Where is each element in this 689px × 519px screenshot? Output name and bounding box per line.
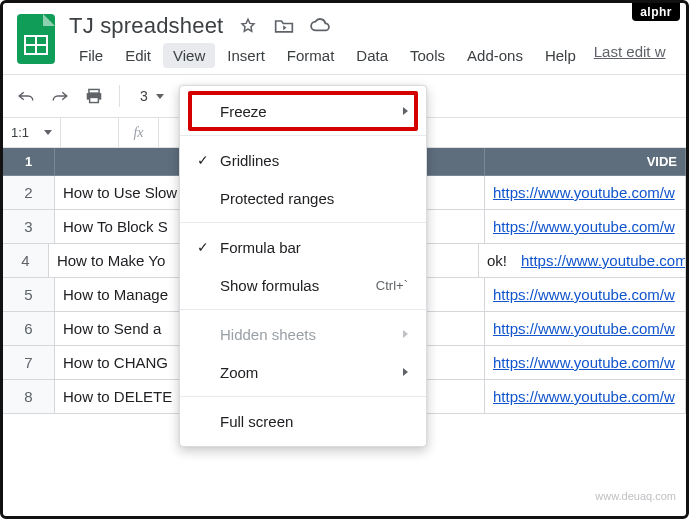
check-icon: ✓ [192, 239, 214, 255]
menu-item-label: Show formulas [220, 277, 370, 294]
header-cell[interactable]: VIDE [485, 148, 686, 176]
sheets-logo-icon[interactable] [15, 11, 57, 67]
chevron-right-icon [403, 368, 408, 376]
menu-item-label: Freeze [220, 103, 397, 120]
menu-addons[interactable]: Add-ons [457, 43, 533, 68]
fx-label: fx [119, 118, 159, 147]
row-number[interactable]: 4 [3, 244, 49, 278]
cell[interactable]: https://www.youtube.com/w [485, 346, 686, 380]
row-number[interactable]: 1 [3, 148, 55, 176]
undo-button[interactable] [13, 83, 39, 109]
row-number[interactable]: 6 [3, 312, 55, 346]
menu-separator [180, 396, 426, 397]
row-number[interactable]: 8 [3, 380, 55, 414]
cell[interactable]: https://www.youtube.com/w [485, 312, 686, 346]
menu-item-label: Gridlines [220, 152, 408, 169]
last-edit-link[interactable]: Last edit w [594, 43, 666, 68]
zoom-dropdown[interactable]: 3 [132, 85, 172, 107]
cell-text: ok! [487, 252, 507, 269]
chevron-right-icon [403, 107, 408, 115]
svg-rect-6 [90, 97, 99, 102]
menu-separator [180, 135, 426, 136]
menu-separator [180, 222, 426, 223]
watermark: www.deuaq.com [595, 490, 676, 502]
chevron-right-icon [403, 330, 408, 338]
document-title[interactable]: TJ spreadsheet [69, 13, 223, 39]
menu-view[interactable]: View [163, 43, 215, 68]
row-number[interactable]: 3 [3, 210, 55, 244]
cell[interactable]: https://www.youtube.com/w [485, 176, 686, 210]
menu-format[interactable]: Format [277, 43, 345, 68]
chevron-down-icon [156, 94, 164, 99]
menu-item-freeze[interactable]: Freeze [180, 92, 426, 130]
menu-item-label: Formula bar [220, 239, 408, 256]
cell[interactable]: https://www.youtube.com/w [485, 210, 686, 244]
toolbar-separator [119, 85, 120, 107]
row-number[interactable]: 5 [3, 278, 55, 312]
menu-insert[interactable]: Insert [217, 43, 275, 68]
menu-help[interactable]: Help [535, 43, 586, 68]
print-button[interactable] [81, 83, 107, 109]
row-number[interactable]: 7 [3, 346, 55, 380]
link[interactable]: https://www.youtube.com/w [493, 218, 675, 235]
svg-rect-4 [89, 89, 99, 93]
cloud-status-icon[interactable] [309, 15, 331, 37]
link[interactable]: https://www.youtube.com/w [521, 252, 686, 269]
menu-item-label: Full screen [220, 413, 408, 430]
menu-item-zoom[interactable]: Zoom [180, 353, 426, 391]
menu-separator [180, 309, 426, 310]
name-box[interactable]: 1:1 [3, 118, 61, 147]
view-menu-dropdown: Freeze ✓ Gridlines Protected ranges ✓ Fo… [179, 85, 427, 447]
cell[interactable]: ok!https://www.youtube.com/w [479, 244, 686, 278]
name-box-value: 1:1 [11, 125, 29, 140]
menu-file[interactable]: File [69, 43, 113, 68]
star-icon[interactable] [237, 15, 259, 37]
menu-item-label: Protected ranges [220, 190, 408, 207]
site-badge: alphr [632, 3, 680, 21]
cell[interactable]: https://www.youtube.com/w [485, 380, 686, 414]
menu-item-show-formulas[interactable]: Show formulas Ctrl+` [180, 266, 426, 304]
zoom-value: 3 [140, 88, 148, 104]
menu-item-hidden-sheets: Hidden sheets [180, 315, 426, 353]
row-number[interactable]: 2 [3, 176, 55, 210]
cell[interactable]: https://www.youtube.com/w [485, 278, 686, 312]
menu-item-protected-ranges[interactable]: Protected ranges [180, 179, 426, 217]
menu-edit[interactable]: Edit [115, 43, 161, 68]
menubar: File Edit View Insert Format Data Tools … [67, 41, 674, 74]
chevron-down-icon [44, 130, 52, 135]
link[interactable]: https://www.youtube.com/w [493, 320, 675, 337]
check-icon: ✓ [192, 152, 214, 168]
link[interactable]: https://www.youtube.com/w [493, 388, 675, 405]
menu-item-label: Zoom [220, 364, 397, 381]
titlebar: TJ spreadsheet File Edit View Insert For… [3, 3, 686, 74]
link[interactable]: https://www.youtube.com/w [493, 286, 675, 303]
menu-item-gridlines[interactable]: ✓ Gridlines [180, 141, 426, 179]
menu-item-shortcut: Ctrl+` [376, 278, 408, 293]
menu-data[interactable]: Data [346, 43, 398, 68]
menu-item-label: Hidden sheets [220, 326, 397, 343]
link[interactable]: https://www.youtube.com/w [493, 354, 675, 371]
redo-button[interactable] [47, 83, 73, 109]
move-to-folder-icon[interactable] [273, 15, 295, 37]
menu-item-formula-bar[interactable]: ✓ Formula bar [180, 228, 426, 266]
link[interactable]: https://www.youtube.com/w [493, 184, 675, 201]
menu-item-full-screen[interactable]: Full screen [180, 402, 426, 440]
menu-tools[interactable]: Tools [400, 43, 455, 68]
